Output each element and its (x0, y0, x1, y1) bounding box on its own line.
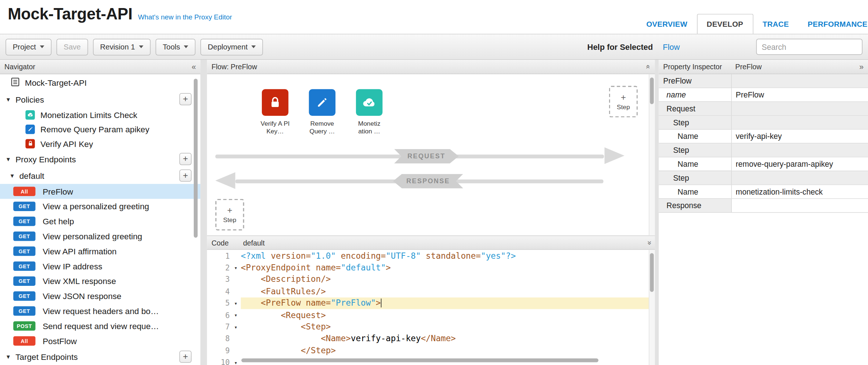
code-line[interactable]: 5▾ <PreFlow name="PreFlow"> (207, 297, 655, 309)
add-step-request-button[interactable]: + Step (609, 86, 638, 117)
horizontal-scrollbar-thumb[interactable] (241, 358, 598, 362)
code-token: "default" (341, 263, 386, 273)
fold-marker-icon[interactable]: ▾ (231, 265, 241, 271)
target-endpoints-section-label: Target Endpoints (15, 352, 78, 362)
property-value[interactable] (732, 199, 868, 212)
nav-section-target-endpoints[interactable]: ▼ Target Endpoints + (0, 349, 200, 365)
fold-marker-icon[interactable]: ▾ (231, 300, 241, 306)
tab-performance[interactable]: PERFORMANCE (798, 14, 868, 34)
nav-section-policies[interactable]: ▼ Policies + (0, 91, 200, 107)
flow-steps: Verify A PI Key… Remove Query … Monetiz … (258, 89, 386, 135)
method-badge: GET (13, 291, 35, 301)
code-line[interactable]: 2▾<ProxyEndpoint name="default"> (207, 262, 655, 273)
tools-menu-button[interactable]: Tools (155, 38, 196, 55)
save-button-label: Save (64, 43, 81, 51)
disclosure-triangle-icon: ▼ (5, 156, 11, 162)
scrollbar-thumb[interactable] (194, 79, 198, 238)
save-button[interactable]: Save (56, 38, 88, 55)
line-number: 3 (207, 275, 231, 284)
chevron-down-icon (252, 45, 256, 48)
flow-step-verify-api-key[interactable]: Verify A PI Key… (258, 89, 292, 135)
nav-item-flow[interactable]: GET View API affirmation (0, 244, 200, 259)
disclosure-triangle-icon: ▼ (5, 96, 11, 102)
code-token: "UTF-8" (386, 251, 421, 261)
nav-section-proxy-endpoints[interactable]: ▼ Proxy Endpoints + (0, 151, 200, 167)
nav-item-flow-preflow[interactable]: All PreFlow (0, 184, 200, 199)
method-badge: GET (13, 232, 35, 241)
collapse-down-icon[interactable]: « (645, 241, 652, 245)
cloud-check-icon (356, 89, 383, 116)
nav-item-flow[interactable]: GET View request headers and bo… (0, 303, 200, 318)
fold-marker-icon[interactable]: ▾ (231, 360, 241, 365)
bundle-doc-icon (11, 77, 19, 88)
add-flow-button[interactable]: + (179, 170, 192, 182)
add-policy-button[interactable]: + (179, 93, 192, 105)
code-text: <PreFlow name="PreFlow"> (241, 297, 655, 309)
search-input[interactable] (756, 39, 863, 55)
property-value[interactable]: remove-query-param-apikey (732, 157, 868, 170)
inspector-row-step-name: Name remove-query-param-apikey (659, 157, 868, 171)
pencil-icon (26, 124, 35, 134)
scrollbar-thumb[interactable] (650, 78, 654, 104)
property-value[interactable]: PreFlow (732, 88, 868, 101)
project-menu-button[interactable]: Project (5, 38, 52, 55)
editor-panel: Flow: PreFlow « Verify A PI Key… (207, 60, 655, 365)
tab-trace[interactable]: TRACE (753, 14, 798, 34)
nav-group-default-endpoint[interactable]: ▼ default + (0, 167, 200, 184)
policy-label: Verify API Key (40, 139, 93, 148)
code-token: <Request> (281, 310, 326, 320)
nav-item-flow[interactable]: GET Get help (0, 214, 200, 229)
nav-item-flow[interactable]: POST Send request and view reque… (0, 318, 200, 333)
code-line[interactable]: 1<?xml version="1.0" encoding="UTF-8" st… (207, 250, 655, 262)
code-line[interactable]: 3 <Description/> (207, 273, 655, 285)
help-selected-flow-link[interactable]: Flow (663, 43, 680, 51)
nav-item-policy-remove-query[interactable]: Remove Query Param apikey (0, 122, 200, 136)
flow-panel-title: Flow: PreFlow (211, 63, 257, 71)
revision-menu-label: Revision 1 (100, 43, 135, 51)
code-editor[interactable]: 1<?xml version="1.0" encoding="UTF-8" st… (207, 250, 655, 365)
code-line[interactable]: 8 <Name>verify-api-key</Name> (207, 333, 655, 344)
code-line[interactable]: 4 <FaultRules/> (207, 285, 655, 297)
nav-item-flow[interactable]: GET View JSON response (0, 288, 200, 303)
fold-marker-icon[interactable]: ▾ (231, 312, 241, 318)
expand-panel-right-icon[interactable]: » (859, 63, 864, 71)
nav-item-flow-postflow[interactable]: All PostFlow (0, 333, 200, 349)
nav-item-proxy-root[interactable]: Mock-Target-API (0, 74, 200, 91)
code-token: <ProxyEndpoint (241, 263, 316, 273)
nav-item-policy-monetization[interactable]: Monetization Limits Check (0, 107, 200, 122)
code-line[interactable]: 6▾ <Request> (207, 309, 655, 321)
nav-item-policy-verify-api-key[interactable]: Verify API Key (0, 136, 200, 151)
collapse-up-icon[interactable]: « (645, 65, 652, 69)
scrollbar-thumb[interactable] (650, 253, 654, 292)
code-token: version= (271, 251, 311, 261)
code-token: <Step> (301, 322, 331, 332)
flow-step-remove-query-param[interactable]: Remove Query … (305, 89, 340, 135)
nav-item-flow[interactable]: GET View XML response (0, 274, 200, 289)
nav-item-flow[interactable]: GET View personalized greeting (0, 229, 200, 244)
help-for-selected-label: Help for Selected (587, 43, 653, 51)
nav-item-flow[interactable]: GET View a personalized greeting (0, 199, 200, 214)
tab-develop[interactable]: DEVELOP (697, 14, 753, 34)
property-value[interactable]: verify-api-key (732, 130, 868, 143)
flow-step-monetization-limits[interactable]: Monetiz ation … (352, 89, 386, 135)
collapse-panel-left-icon[interactable]: « (192, 63, 196, 71)
code-line[interactable]: 9 </Step> (207, 344, 655, 356)
nav-item-flow[interactable]: GET View IP address (0, 259, 200, 274)
line-number: 7 (207, 322, 231, 331)
add-proxy-endpoint-button[interactable]: + (179, 153, 192, 165)
lock-icon (26, 139, 35, 148)
property-value[interactable]: monetization-limits-check (732, 185, 868, 198)
whats-new-link[interactable]: What's new in the Proxy Editor (138, 13, 232, 21)
tab-overview[interactable]: OVERVIEW (637, 14, 697, 34)
deployment-menu-button[interactable]: Deployment (201, 38, 263, 55)
add-step-response-button[interactable]: + Step (215, 199, 244, 231)
revision-menu-button[interactable]: Revision 1 (93, 38, 151, 55)
add-target-endpoint-button[interactable]: + (179, 351, 192, 363)
code-token: <FaultRules/> (261, 286, 326, 296)
main-area: Navigator « Mock-Target-API ▼ Policies + (0, 60, 868, 365)
inspector-subtitle: PreFlow (735, 63, 762, 71)
request-flow-tag: REQUEST (394, 149, 459, 163)
code-line[interactable]: 7▾ <Step> (207, 321, 655, 333)
fold-marker-icon[interactable]: ▾ (231, 324, 241, 330)
code-panel-subtitle: default (243, 239, 265, 247)
